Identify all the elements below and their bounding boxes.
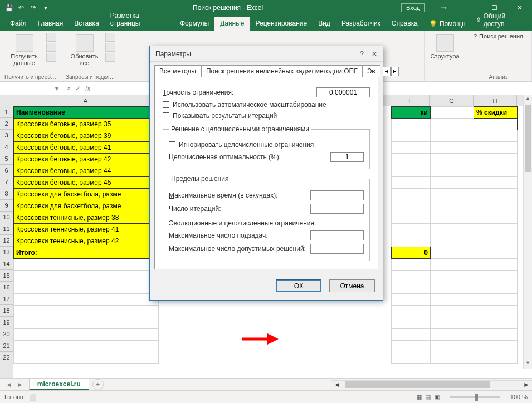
undo-icon[interactable]: ↶ <box>17 3 26 12</box>
max-feasible-input[interactable] <box>310 244 364 254</box>
ignore-integer-checkbox[interactable]: Игнорировать целочисленные ограничения <box>169 141 364 149</box>
cell-a5[interactable]: Кроссовки беговые, размер 42 <box>14 154 159 165</box>
cell-a8[interactable]: Кроссовки для баскетбола, разме <box>14 189 159 200</box>
row-header[interactable]: 22 <box>0 352 13 363</box>
dialog-help-icon[interactable]: ? <box>360 50 364 58</box>
name-box-dropdown-icon[interactable]: ▾ <box>55 85 58 92</box>
from-web-icon[interactable] <box>46 43 56 52</box>
zoom-slider[interactable] <box>450 396 500 398</box>
dialog-tab-grg[interactable]: Поиск решения нелинейных задач методом О… <box>201 65 363 77</box>
tab-data[interactable]: Данные <box>214 17 250 31</box>
cell-a2[interactable]: Кроссовки беговые, размер 35 <box>14 119 159 130</box>
tab-scroll-left-icon[interactable]: ◄ <box>383 67 391 76</box>
scroll-thumb[interactable] <box>525 105 531 172</box>
new-sheet-button[interactable]: + <box>92 379 104 390</box>
outline-button[interactable]: Структура <box>428 33 461 61</box>
row-header[interactable]: 8 <box>0 188 13 200</box>
row-header[interactable]: 21 <box>0 340 13 352</box>
refresh-all-button[interactable]: Обновить все <box>66 33 103 67</box>
cell-a13[interactable]: Итого: <box>14 247 159 259</box>
forecast-icon[interactable] <box>336 33 349 45</box>
col-header-f[interactable]: F <box>391 95 430 106</box>
tab-developer[interactable]: Разработчик <box>336 17 386 31</box>
sheet-tab-active[interactable]: microexcel.ru <box>29 379 89 390</box>
zoom-in-icon[interactable]: + <box>503 394 506 400</box>
iterations-input[interactable] <box>310 204 364 214</box>
autoscale-checkbox[interactable]: Использовать автоматическое масштабирова… <box>163 101 370 109</box>
row-header[interactable]: 7 <box>0 176 13 188</box>
sort-az-icon[interactable] <box>125 33 139 46</box>
row-header[interactable]: 13 <box>0 247 13 258</box>
row-header[interactable]: 5 <box>0 153 13 165</box>
row-header[interactable]: 14 <box>0 258 13 270</box>
what-if-icon[interactable] <box>322 33 334 45</box>
cancel-button[interactable]: Отмена <box>329 279 375 292</box>
enter-formula-icon[interactable]: ✓ <box>75 85 81 92</box>
cell-a3[interactable]: Кроссовки беговые, размер 39 <box>14 130 159 142</box>
from-table-icon[interactable] <box>46 53 56 62</box>
row-header[interactable]: 16 <box>0 282 13 293</box>
tab-file[interactable]: Файл <box>4 17 32 31</box>
dialog-close-icon[interactable]: ✕ <box>372 50 377 58</box>
max-time-input[interactable] <box>310 190 364 200</box>
tell-me[interactable]: 💡Помощн <box>424 17 470 31</box>
row-header[interactable]: 19 <box>0 317 13 328</box>
cell-a11[interactable]: Кроссовки теннисные, размер 41 <box>14 224 159 235</box>
validation-icon[interactable] <box>293 33 305 45</box>
row-header[interactable]: 3 <box>0 130 13 141</box>
scroll-left-icon[interactable]: ◄ <box>331 381 343 389</box>
flash-fill-icon[interactable] <box>264 33 276 45</box>
login-button[interactable]: Вход <box>401 3 425 12</box>
integer-optimality-input[interactable] <box>330 152 364 162</box>
col-header-g[interactable]: G <box>430 95 474 106</box>
filter-icon[interactable] <box>235 33 247 45</box>
tab-home[interactable]: Главная <box>32 17 69 31</box>
cell-a10[interactable]: Кроссовки теннисные, размер 38 <box>14 212 159 224</box>
sort-za-icon[interactable] <box>140 33 154 46</box>
properties-icon[interactable] <box>105 43 115 52</box>
text-to-columns-icon[interactable] <box>250 33 262 45</box>
cell-a9[interactable]: Кроссовки для баскетбола, разме <box>14 200 159 212</box>
row-header[interactable]: 15 <box>0 270 13 282</box>
scroll-up-icon[interactable]: ▲ <box>524 95 532 104</box>
dialog-tab-all-methods[interactable]: Все методы <box>154 65 201 77</box>
cell-f13[interactable]: 0 <box>392 247 431 259</box>
solver-button[interactable]: ? Поиск решения <box>474 33 523 40</box>
macro-record-icon[interactable]: ⬜ <box>29 394 37 401</box>
view-normal-icon[interactable]: ▦ <box>416 394 422 401</box>
row-header[interactable]: 2 <box>0 118 13 130</box>
select-all-corner[interactable] <box>0 95 13 106</box>
cell-a1[interactable]: Наименование <box>14 107 159 119</box>
cell-a12[interactable]: Кроссовки теннисные, размер 42 <box>14 235 159 247</box>
tab-scroll-right-icon[interactable]: ► <box>391 67 399 76</box>
save-icon[interactable]: 💾 <box>4 3 13 12</box>
view-break-icon[interactable]: ▣ <box>434 394 440 401</box>
row-header[interactable]: 10 <box>0 212 13 223</box>
max-subproblems-input[interactable] <box>310 230 364 240</box>
sheet-nav-next-icon[interactable]: ► <box>17 381 23 389</box>
cell-f1[interactable]: ки <box>392 107 431 119</box>
row-header[interactable]: 1 <box>0 106 13 118</box>
redo-icon[interactable]: ↷ <box>29 3 38 12</box>
col-header-a[interactable]: A <box>13 95 158 106</box>
zoom-level[interactable]: 100 % <box>510 394 528 400</box>
horizontal-scrollbar[interactable]: ◄ ► <box>331 380 532 389</box>
cell-g1[interactable] <box>431 107 474 119</box>
tab-insert[interactable]: Вставка <box>69 17 105 31</box>
tab-help[interactable]: Справка <box>386 17 423 31</box>
cell-h2[interactable] <box>474 119 518 130</box>
row-header[interactable]: 4 <box>0 141 13 153</box>
consolidate-icon[interactable] <box>308 33 320 45</box>
precision-input[interactable] <box>316 87 370 97</box>
from-text-icon[interactable] <box>46 33 56 42</box>
ok-button[interactable]: ОК <box>276 279 321 292</box>
fx-icon[interactable]: fx <box>85 85 90 92</box>
share-button[interactable]: ⇪Общий доступ <box>470 9 532 31</box>
cell-a7[interactable]: Кроссовки беговые, размер 45 <box>14 177 159 189</box>
row-header[interactable]: 18 <box>0 305 13 317</box>
hscroll-thumb[interactable] <box>345 381 490 388</box>
qat-dropdown-icon[interactable]: ▾ <box>41 3 50 12</box>
row-header[interactable]: 12 <box>0 235 13 247</box>
edit-links-icon[interactable] <box>105 53 115 62</box>
show-iterations-checkbox[interactable]: Показывать результаты итераций <box>163 112 370 120</box>
